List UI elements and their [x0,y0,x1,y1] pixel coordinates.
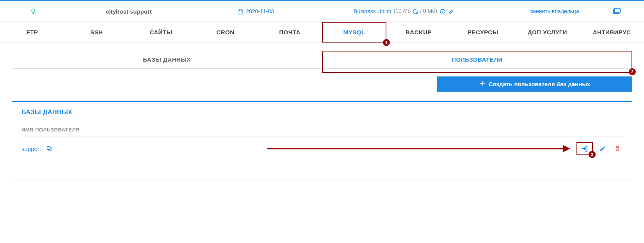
header-date: 2020-11-03 [246,8,274,14]
refresh-icon[interactable] [412,8,420,14]
tab-mail[interactable]: ПОЧТА [258,22,322,43]
subtab-databases[interactable]: БАЗЫ ДАННЫХ [12,51,322,68]
annotation-arrow [267,148,564,149]
tab-sites[interactable]: САЙТЫ [129,22,193,43]
tab-mysql[interactable]: MYSQL [322,22,386,43]
tab-addons[interactable]: ДОП УСЛУГИ [515,22,580,43]
status-icon [16,8,51,14]
tab-ssh[interactable]: SSH [64,22,129,43]
edit-user-icon[interactable] [598,144,608,154]
tab-ftp[interactable]: FTP [0,22,64,43]
svg-rect-3 [614,9,620,13]
account-name: cityhost support [51,8,207,15]
login-icon[interactable] [580,144,590,154]
login-action-box: 3 [576,142,593,155]
annotation-arrow-head [563,145,570,152]
plus-icon [479,80,486,88]
tab-backup[interactable]: BACKUP [386,22,451,43]
panel-title: БАЗЫ ДАННЫХ [21,109,623,116]
table-row: support 3 [21,142,623,156]
card-icon[interactable] [613,7,621,15]
tab-resources[interactable]: РЕСУРСЫ [451,22,515,43]
svg-rect-5 [47,147,50,150]
tab-antivirus[interactable]: АНТИВИРУС [580,22,644,43]
copy-icon[interactable] [44,144,54,154]
subtabs: БАЗЫ ДАННЫХ ПОЛЬЗОВАТЕЛИ 2 [12,51,632,69]
header-bar: cityhost support 2020-11-03 Business Unl… [0,1,644,22]
column-header-username: ИМЯ ПОЛЬЗОВАТЕЛЯ [21,127,623,137]
edit-icon[interactable] [448,8,454,14]
change-owner-link[interactable]: сменить владельца [529,8,579,14]
create-db-user-button[interactable]: Создать пользователя баз данных [437,76,632,92]
tab-cron[interactable]: CRON [193,22,258,43]
info-icon[interactable] [439,8,446,14]
user-name: support [21,145,41,152]
annotation-badge-2: 2 [629,68,636,75]
delete-user-icon[interactable] [612,144,623,154]
calendar-icon [237,8,244,14]
plan-link[interactable]: Business Unlim [354,8,391,14]
main-tabs: FTP SSH САЙТЫ CRON ПОЧТА MYSQL BACKUP РЕ… [0,22,644,43]
create-btn-label: Создать пользователя баз данных [489,81,591,87]
users-panel: БАЗЫ ДАННЫХ ИМЯ ПОЛЬЗОВАТЕЛЯ support 3 [12,101,632,179]
subtab-users[interactable]: ПОЛЬЗОВАТЕЛИ [322,51,632,68]
plan-usage: (10 Мб / 0 Мб) [394,8,437,14]
svg-rect-0 [238,10,243,14]
